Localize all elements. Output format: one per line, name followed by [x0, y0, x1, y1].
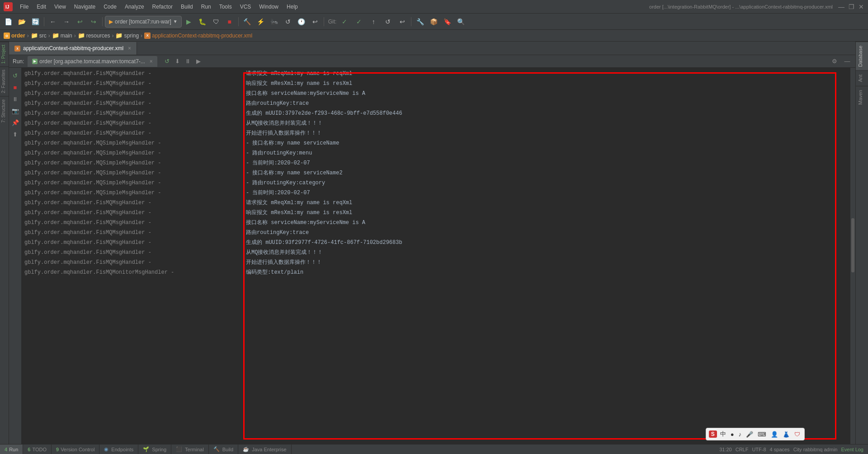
version-control-tab[interactable]: 9 Version Control	[52, 445, 99, 454]
ime-music-icon[interactable]: ♪	[737, 430, 743, 439]
git-ok-button[interactable]: ✓	[338, 15, 351, 28]
search-everywhere-button[interactable]: 🔍	[454, 15, 467, 28]
log-stop-button[interactable]: ■	[10, 82, 20, 92]
project-tab[interactable]: 1: Project	[0, 42, 9, 66]
breadcrumb-xml-file[interactable]: X applicationContext-rabbitmq-producer.x…	[144, 33, 252, 39]
log-line-prefix: gblfy.order.mqhandler.FisMQMsgHandler -	[24, 69, 246, 79]
rerun-button[interactable]: ↺	[163, 57, 172, 66]
breadcrumb-resources[interactable]: 📁 resources	[78, 32, 110, 39]
forward-button[interactable]: →	[60, 15, 73, 28]
menu-refactor[interactable]: Refactor	[149, 3, 176, 11]
spring-tab[interactable]: 🌱 Spring	[138, 445, 171, 454]
log-scrollbar[interactable]	[850, 68, 855, 444]
maven-panel-tab[interactable]: Maven	[856, 86, 868, 108]
back-button[interactable]: ←	[47, 15, 59, 28]
java-enterprise-tab[interactable]: ☕ Java Enterprise	[238, 445, 291, 454]
log-line-prefix: gblfy.order.mqhandler.FisMQMsgHandler -	[24, 228, 246, 238]
rollback-button[interactable]: ↩	[309, 15, 321, 28]
todo-panel-tab[interactable]: 6 TODO	[23, 445, 52, 454]
debug-button[interactable]: 🐛	[196, 15, 209, 28]
menu-vcs[interactable]: VCS	[236, 3, 255, 11]
menu-file[interactable]: File	[16, 3, 32, 11]
log-restart-button[interactable]: ↺	[10, 70, 20, 80]
redo-nav-button[interactable]: ↪	[87, 15, 100, 28]
menu-help[interactable]: Help	[283, 3, 302, 11]
open-button[interactable]: 📂	[15, 15, 28, 28]
ime-zh-label[interactable]: 中	[719, 429, 727, 439]
build-tab[interactable]: 🔨 Build	[209, 445, 238, 454]
menu-navigate[interactable]: Navigate	[71, 3, 99, 11]
terminal-tab[interactable]: ⬛ Terminal	[171, 445, 209, 454]
maximize-button[interactable]: ❐	[848, 4, 854, 10]
new-file-button[interactable]: 📄	[2, 15, 14, 28]
log-content[interactable]: gblfy.order.mqhandler.FisMQMsgHandler - …	[22, 68, 850, 444]
log-pause-button[interactable]: ⏸	[10, 94, 20, 104]
undo-nav-button[interactable]: ↩	[74, 15, 86, 28]
build-button[interactable]: 🔨	[241, 15, 254, 28]
run-config-selector[interactable]: ▶ order [tomcat7:run-war] ▼	[105, 16, 182, 28]
menu-window[interactable]: Window	[255, 3, 282, 11]
ime-user-icon[interactable]: 👤	[769, 430, 779, 439]
ime-keyboard-icon[interactable]: ⌨	[756, 430, 768, 439]
log-line-prefix: gblfy.order.mqhandler.MQSimpleMsgHandler…	[24, 168, 246, 178]
menu-build[interactable]: Build	[177, 3, 197, 11]
run-tab-close[interactable]: ×	[150, 58, 153, 65]
history-button[interactable]: 🕐	[295, 15, 308, 28]
menu-run[interactable]: Run	[198, 3, 215, 11]
favorites-tab[interactable]: 2: Favorites	[0, 66, 9, 96]
minimize-button[interactable]: —	[838, 4, 844, 10]
structure-tab[interactable]: 7: Structure	[0, 96, 9, 126]
log-pin-button[interactable]: 📌	[10, 117, 20, 127]
run-stop-button[interactable]: ⬇	[173, 57, 182, 66]
close-button[interactable]: ✕	[858, 4, 864, 10]
reload-button[interactable]: ↺	[282, 15, 294, 28]
menu-view[interactable]: View	[51, 3, 70, 11]
ime-clothing-icon[interactable]: 👗	[781, 430, 791, 439]
git-pull-button[interactable]: ↺	[382, 15, 394, 28]
breadcrumb-order[interactable]: o order	[4, 33, 25, 39]
breadcrumb-src[interactable]: 📁 src	[31, 32, 47, 39]
log-expand-button[interactable]: ⬆	[10, 129, 20, 139]
editor-tab-xml[interactable]: X applicationContext-rabbitmq-producer.x…	[9, 42, 137, 55]
ime-shield-icon[interactable]: 🛡	[793, 430, 802, 439]
menu-tools[interactable]: Tools	[216, 3, 236, 11]
run-button[interactable]: ▶	[183, 15, 195, 28]
log-line-message: - 路由routingKey:menu	[246, 148, 312, 158]
ime-dot-icon[interactable]: ●	[729, 430, 736, 439]
stop-button[interactable]: ■	[223, 15, 236, 28]
maven-button[interactable]: 📦	[427, 15, 440, 28]
toolbar-sep-1	[44, 17, 44, 26]
log-line-message: 接口名称 serviceName:myServiceNme is A	[246, 218, 365, 228]
log-camera-button[interactable]: 📷	[10, 106, 20, 116]
menu-edit[interactable]: Edit	[33, 3, 50, 11]
ant-panel-tab[interactable]: Ant	[856, 70, 868, 86]
breadcrumb-main[interactable]: 📁 main	[52, 32, 72, 39]
menu-code[interactable]: Code	[100, 3, 120, 11]
run-pause-button[interactable]: ⏸	[184, 57, 193, 66]
menu-analyze[interactable]: Analyze	[121, 3, 148, 11]
ime-mic-icon[interactable]: 🎤	[745, 430, 755, 439]
log-line: gblfy.order.mqhandler.FisMQMsgHandler - …	[22, 98, 850, 108]
toolbar-sep-5	[411, 17, 411, 26]
run-active-tab[interactable]: ▶ order [org.apache.tomcat.maven:tomcat7…	[28, 56, 157, 67]
settings-button[interactable]: 🔧	[414, 15, 426, 28]
step-button[interactable]: ⚡	[255, 15, 267, 28]
event-log[interactable]: Event Log	[841, 447, 863, 452]
run-settings-button[interactable]: ⚙	[830, 57, 839, 66]
ant-button[interactable]: 🐜	[268, 15, 281, 28]
run-minimize-button[interactable]: —	[843, 57, 852, 66]
tab-close-button[interactable]: ×	[128, 45, 131, 51]
endpoints-tab[interactable]: ◉ Endpoints	[99, 445, 138, 454]
git-check-button[interactable]: ✓	[353, 15, 365, 28]
scrollbar-thumb[interactable]	[851, 218, 854, 272]
run-with-coverage[interactable]: 🛡	[210, 15, 222, 28]
sync-button[interactable]: 🔄	[29, 15, 42, 28]
run-panel-tab[interactable]: 4 Run	[0, 445, 23, 454]
bookmark-button[interactable]: 🔖	[441, 15, 453, 28]
git-push-button[interactable]: ↑	[367, 15, 380, 28]
git-revert-button[interactable]: ↩	[396, 15, 409, 28]
database-panel-tab[interactable]: Database	[856, 42, 868, 70]
run-resume-button[interactable]: ▶	[194, 57, 203, 66]
breadcrumb-spring[interactable]: 📁 spring	[115, 32, 139, 39]
ime-s-button[interactable]: S	[709, 431, 717, 438]
